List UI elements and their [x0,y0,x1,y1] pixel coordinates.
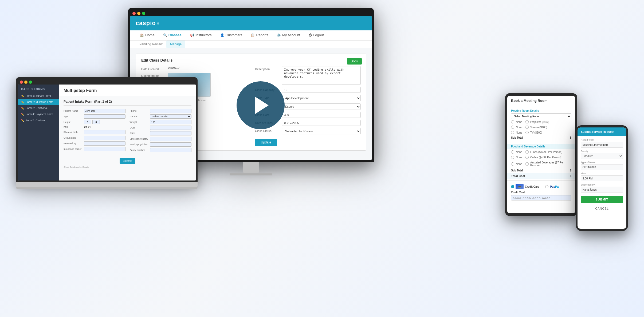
credit-card-input[interactable] [511,195,571,200]
video-play-overlay[interactable] [237,81,285,129]
occupation-input[interactable] [84,136,125,140]
report-title-input[interactable] [581,142,623,148]
tv-radio[interactable] [511,131,514,134]
play-icon [255,97,269,114]
weight-input[interactable] [150,120,192,124]
tv-radio-2[interactable] [525,131,529,134]
total-cost-value: $ [570,174,571,178]
sidebar-item-relational[interactable]: ✏️ Form 3: Relational [18,105,59,111]
emergency-input[interactable] [150,137,192,141]
dob-input[interactable] [150,126,192,130]
paypal-radio[interactable] [545,185,548,188]
referred-by-row: Referred by [64,141,125,146]
laptop-maximize-dot[interactable] [29,81,32,84]
level-select[interactable]: Expert [282,103,361,110]
lunch-radio[interactable] [511,150,514,154]
sub-nav-pending[interactable]: Pending Review [136,41,166,48]
phone-device: Submit Service Request Report Title: Pri… [576,125,628,231]
gender-select[interactable]: Select Gender [150,114,192,119]
beverages-radio[interactable] [511,162,514,166]
lunch-radio-2[interactable] [525,150,529,154]
screen-label: Screen ($100) [530,126,547,129]
sidebar-item-payment[interactable]: ✏️ Form 4: Payment Form [18,111,59,117]
food-bev-section: Food and Beverage Details [507,144,575,149]
laptop-base [16,187,198,189]
lunch-none-label: None [516,151,522,154]
coffee-radio-2[interactable] [525,156,529,159]
divider-2 [507,180,575,181]
sidebar-item-multistep[interactable]: ✏️ Form 2: Multistep Form [18,99,59,105]
laptop-close-dot[interactable] [20,81,23,84]
priority-select[interactable]: Medium [581,153,623,159]
close-button-dot[interactable] [132,12,136,15]
priority-label: Priority: [581,150,623,153]
coffee-radio[interactable] [511,156,514,159]
laptop: CASPIO FORMS ✏️ Form 1: Survey Form ✏️ F… [16,77,198,189]
laptop-screen: CASPIO FORMS ✏️ Form 1: Survey Form ✏️ F… [18,85,196,180]
place-of-birth-label: Place of birth [64,131,82,134]
forms-main: Multipstep Form Patient Intake Form (Par… [59,85,196,180]
patient-submit-button[interactable]: Submit [120,158,135,164]
nav-item-instructors[interactable]: 📢 Instructors [186,30,216,40]
update-button[interactable]: Update [255,139,277,146]
nav-item-classes[interactable]: 🔍 Classes [159,30,186,40]
projector-radio-2[interactable] [525,120,529,123]
class-status-select[interactable]: Submitted for Review [282,128,361,134]
laptop-traffic-lights [18,79,196,85]
type-of-issue-input[interactable] [581,164,623,170]
sub-nav-manage[interactable]: Manage [166,41,185,48]
projector-radio[interactable] [511,120,514,123]
phone-form-title: Submit Service Request [581,130,623,133]
phone-cancel-button[interactable]: CANCEL [581,205,623,212]
referred-by-input[interactable] [84,141,125,146]
book-button[interactable]: Book [347,58,362,65]
meeting-room-select[interactable]: Select Meeting Room [511,113,571,119]
dob-label: DOB [130,126,148,129]
ssn-input[interactable] [150,131,192,135]
insurance-input[interactable] [84,147,125,151]
home-icon: 🏠 [140,33,144,37]
policy-input[interactable] [150,148,192,152]
beverages-radio-2[interactable] [525,162,529,166]
place-of-birth-input[interactable] [84,130,125,134]
description-input[interactable]: Improve your C# coding skills with advan… [282,66,361,85]
sidebar-item-survey[interactable]: ✏️ Form 1: Survey Form [18,93,59,99]
phone-input[interactable] [150,109,192,113]
class-capacity-input[interactable] [282,87,361,93]
maximize-button-dot[interactable] [142,12,145,15]
forms-sidebar-title: CASPIO FORMS [18,85,59,93]
patient-name-input[interactable] [84,109,125,113]
class-cost-input[interactable] [282,112,361,118]
bmi-label: BMI [64,126,82,129]
phone-submit-button[interactable]: SUBMIT [581,196,623,203]
submitted-by-input[interactable] [581,187,623,192]
height-ft-input[interactable] [84,120,91,124]
credit-radio[interactable] [511,185,514,188]
caspio-logo: caspio [136,20,159,27]
class-type-select[interactable]: App Development [282,95,361,101]
family-physician-input[interactable] [150,142,192,147]
time-field: Time: [581,172,623,181]
age-input[interactable] [84,114,125,119]
time-input[interactable] [581,175,623,181]
nav-item-home[interactable]: 🏠 Home [136,30,159,40]
referred-by-label: Referred by [64,142,82,145]
laptop-screen-area: CASPIO FORMS ✏️ Form 1: Survey Form ✏️ F… [16,77,198,182]
nav-item-logout[interactable]: ⏻ Logout [304,30,328,40]
height-in-input[interactable] [92,120,100,124]
minimize-button-dot[interactable] [137,12,140,15]
sidebar-item-custom[interactable]: ✏️ Form 5: Custom [18,117,59,123]
tablet-header-area: Book a Meeting Room [507,96,575,107]
patient-footer: Cloud Database by Caspio [64,166,191,168]
nav-item-myaccount[interactable]: ⚙️ My Account [273,30,304,40]
occupation-row: Occupation [64,136,125,140]
screen-radio[interactable] [511,126,514,129]
nav-classes-label: Classes [168,33,182,37]
laptop-minimize-dot[interactable] [24,81,28,84]
date-of-class-input[interactable] [282,120,361,126]
nav-item-customers[interactable]: 👤 Customers [216,30,247,40]
gear-icon: ⚙️ [277,33,281,37]
tablet-scroll-area[interactable]: Meeting Room Details Select Meeting Room… [507,107,575,210]
nav-item-reports[interactable]: 📋 Reports [246,30,273,40]
screen-radio-2[interactable] [525,126,529,129]
